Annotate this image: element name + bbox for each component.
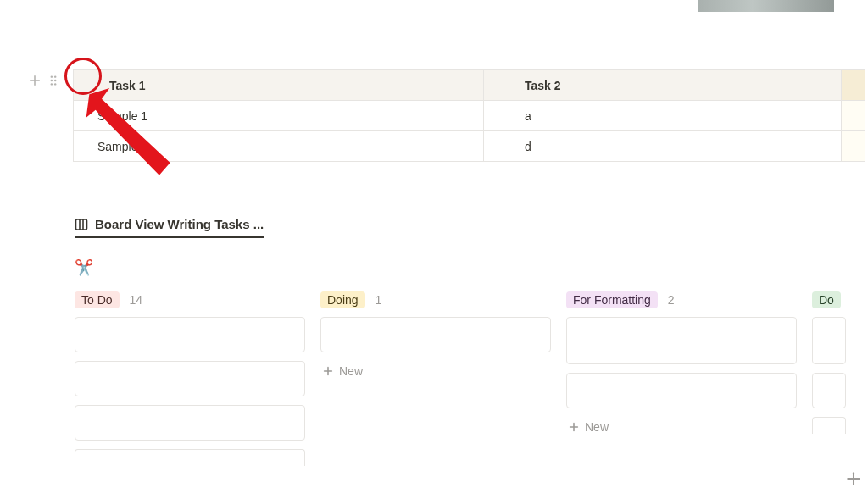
table-header-extra[interactable] (842, 70, 865, 101)
new-card-label: New (585, 420, 609, 434)
new-card-button[interactable]: New (566, 417, 797, 437)
svg-point-5 (54, 80, 56, 81)
group-header[interactable]: Doing 1 (320, 291, 551, 308)
group-pill: For Formatting (566, 291, 658, 308)
svg-point-3 (54, 75, 56, 77)
svg-point-2 (51, 75, 53, 77)
board-card[interactable] (566, 317, 797, 364)
add-row-icon[interactable] (27, 73, 42, 88)
group-header[interactable]: To Do 14 (75, 291, 305, 308)
board-group-todo: To Do 14 (75, 291, 305, 474)
cropped-header-artifact (698, 0, 834, 12)
table-cell[interactable] (842, 131, 865, 162)
board-card[interactable] (812, 417, 846, 434)
table-header-col1[interactable]: Task 1 (74, 70, 484, 101)
board-card[interactable] (812, 373, 846, 408)
group-pill: Doing (320, 291, 365, 308)
board-card[interactable] (75, 405, 305, 441)
table-row[interactable]: Sample 2 d (74, 131, 865, 162)
table-cell[interactable]: d (484, 131, 842, 162)
table-cell[interactable] (842, 101, 865, 131)
plus-icon (322, 365, 334, 377)
board-columns: To Do 14 Doing 1 New For Formatting (75, 291, 868, 474)
board-database: Board View Writing Tasks ... ✂️ To Do 14… (75, 217, 868, 277)
new-card-label: New (339, 364, 363, 378)
plus-icon (568, 421, 580, 433)
group-count: 14 (130, 293, 143, 307)
svg-point-6 (51, 83, 53, 85)
plus-icon (846, 471, 861, 486)
table-cell[interactable]: Sample 2 (74, 131, 484, 162)
group-header[interactable]: Do (812, 291, 846, 308)
group-count: 1 (376, 293, 382, 307)
board-group-doing: Doing 1 New (320, 291, 551, 474)
scissors-icon: ✂️ (75, 258, 868, 277)
board-card[interactable] (566, 373, 797, 408)
group-pill: To Do (75, 291, 120, 308)
simple-table[interactable]: Task 1 Task 2 Sample 1 a Sample 2 d (73, 69, 865, 162)
add-group-button[interactable] (846, 471, 861, 488)
table-cell[interactable]: a (484, 101, 842, 131)
board-icon (75, 218, 88, 231)
group-pill: Do (812, 291, 841, 308)
group-header[interactable]: For Formatting 2 (566, 291, 797, 308)
board-card[interactable] (75, 317, 305, 352)
board-card[interactable] (75, 361, 305, 396)
drag-handle-icon[interactable] (46, 73, 61, 88)
board-group-formatting: For Formatting 2 New (566, 291, 797, 474)
view-tab-label: Board View Writing Tasks ... (95, 217, 264, 231)
board-group-done: Do (812, 291, 846, 474)
table-row[interactable]: Sample 1 a (74, 101, 865, 131)
table-cell[interactable]: Sample 1 (74, 101, 484, 131)
table-header-col2[interactable]: Task 2 (484, 70, 842, 101)
simple-table-block: Task 1 Task 2 Sample 1 a Sample 2 d (27, 69, 868, 162)
svg-point-4 (51, 80, 53, 81)
view-tab-board[interactable]: Board View Writing Tasks ... (75, 217, 264, 238)
new-card-button[interactable]: New (320, 361, 551, 381)
board-card[interactable] (320, 317, 551, 352)
board-card[interactable] (75, 449, 305, 466)
board-card[interactable] (812, 317, 846, 364)
group-count: 2 (668, 293, 675, 307)
svg-rect-9 (76, 219, 87, 230)
svg-point-7 (54, 83, 56, 85)
